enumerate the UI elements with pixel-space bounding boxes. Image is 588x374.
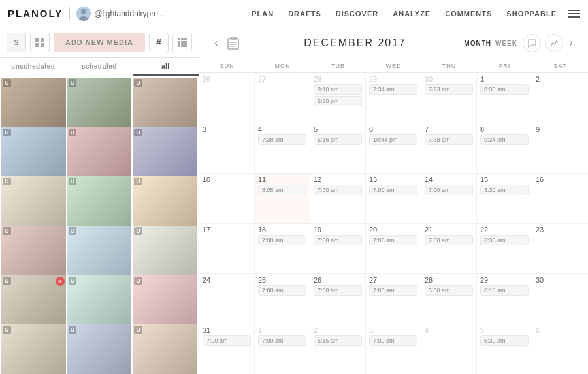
calendar-cell[interactable]: 137:00 am xyxy=(366,174,421,223)
cal-time-pill[interactable]: 7:38 am xyxy=(425,134,473,145)
media-item[interactable]: U xyxy=(67,324,132,374)
calendar-cell[interactable]: 285:00 am xyxy=(421,274,477,324)
calendar-cell[interactable]: 207:00 am xyxy=(366,224,421,273)
add-new-media-button[interactable]: ADD NEW MEDIA xyxy=(54,33,145,52)
calendar-cell[interactable]: 127:00 am xyxy=(310,174,366,223)
calendar-cell[interactable]: 10 xyxy=(199,174,255,223)
calendar-cell[interactable]: 27 xyxy=(255,73,310,123)
calendar-cell[interactable]: 317:00 am xyxy=(199,324,255,374)
calendar-cell[interactable]: 197:00 am xyxy=(310,224,366,273)
analytics-icon[interactable] xyxy=(545,34,563,52)
nav-link-shoppable[interactable]: SHOPPABLE xyxy=(506,10,557,18)
sidebar-tab-scheduled[interactable]: scheduled xyxy=(66,58,132,76)
calendar-cell[interactable]: 226:30 am xyxy=(477,224,532,273)
hamburger-menu[interactable] xyxy=(568,10,580,18)
calendar-cell[interactable]: 18:30 am xyxy=(477,73,532,123)
cal-time-pill[interactable]: 5:00 am xyxy=(425,285,473,296)
cal-time-pill[interactable]: 6:30 am xyxy=(480,235,529,245)
sidebar-profile-icon[interactable]: S xyxy=(7,33,26,52)
cal-time-pill[interactable]: 7:23 am xyxy=(425,84,473,95)
calendar-cell[interactable]: 2 xyxy=(532,73,588,123)
calendar-cell[interactable]: 217:00 am xyxy=(421,224,477,273)
cal-time-pill[interactable]: 7:00 am xyxy=(314,185,362,195)
sidebar-tab-all[interactable]: all xyxy=(133,58,199,76)
week-view-button[interactable]: WEEK xyxy=(495,40,517,47)
calendar-cell[interactable]: 24 xyxy=(199,274,255,324)
nav-link-plan[interactable]: PLAN xyxy=(252,10,274,18)
calendar-cell[interactable]: 296:15 am xyxy=(477,274,532,324)
media-item-remove[interactable]: × xyxy=(56,277,65,286)
prev-month-button[interactable]: ‹ xyxy=(208,35,224,51)
nav-link-comments[interactable]: COMMENTS xyxy=(445,10,492,18)
calendar-cell[interactable]: 187:00 am xyxy=(255,224,310,273)
cal-time-pill[interactable]: 7:00 am xyxy=(314,235,362,245)
calendar-cell[interactable]: 3 xyxy=(199,123,255,173)
sidebar-layout-icon[interactable] xyxy=(30,33,50,52)
calendar-cell[interactable]: 297:34 am xyxy=(366,73,421,123)
cal-time-pill[interactable]: 7:38 am xyxy=(258,134,306,145)
clipboard-icon[interactable] xyxy=(224,34,242,52)
cal-time-pill[interactable]: 7:34 am xyxy=(369,84,417,95)
grid-view-icon[interactable] xyxy=(172,33,192,52)
cal-time-pill[interactable]: 7:00 am xyxy=(369,335,417,346)
calendar-cell[interactable]: 277:00 am xyxy=(366,274,421,324)
cal-date: 9 xyxy=(536,125,585,133)
calendar-cell[interactable]: 4 xyxy=(421,324,477,374)
calendar-cell[interactable]: 257:00 am xyxy=(255,274,310,324)
nav-link-analyze[interactable]: ANALYZE xyxy=(393,10,431,18)
cal-time-pill[interactable]: 6:15 am xyxy=(480,285,529,296)
calendar-cell[interactable]: 307:23 am xyxy=(421,73,477,123)
calendar-cell[interactable]: 267:00 am xyxy=(310,274,366,324)
calendar-cell[interactable]: 55:16 pm xyxy=(310,123,366,173)
cal-time-pill[interactable]: 7:00 am xyxy=(425,185,473,195)
calendar-cell[interactable]: 23 xyxy=(532,224,588,273)
cal-time-pill[interactable]: 3:30 am xyxy=(480,185,529,195)
calendar-cell[interactable]: 610:44 pm xyxy=(366,123,421,173)
next-month-button[interactable]: › xyxy=(563,35,579,51)
calendar-cell[interactable]: 56:30 am xyxy=(477,324,532,374)
chat-icon[interactable] xyxy=(523,34,541,52)
cal-time-pill[interactable]: 8:30 am xyxy=(480,84,529,95)
hashtag-icon[interactable]: # xyxy=(149,33,169,52)
cal-time-pill[interactable]: 5:15 am xyxy=(314,335,362,346)
nav-link-drafts[interactable]: DRAFTS xyxy=(288,10,321,18)
cal-time-pill[interactable]: 8:05 am xyxy=(258,185,306,195)
calendar-cell[interactable]: 25:15 am xyxy=(310,324,366,374)
calendar-cell[interactable]: 47:38 am xyxy=(255,123,310,173)
cal-time-pill[interactable]: 7:00 am xyxy=(258,235,306,245)
calendar-cell[interactable]: 9 xyxy=(532,123,588,173)
cal-time-pill[interactable]: 7:00 am xyxy=(369,235,417,245)
cal-time-pill[interactable]: 10:44 pm xyxy=(369,134,417,145)
cal-time-pill[interactable]: 8:10 am xyxy=(314,84,362,95)
calendar-cell[interactable]: 147:00 am xyxy=(421,174,477,223)
calendar-cell[interactable]: 16 xyxy=(532,174,588,223)
cal-time-pill[interactable]: 7:00 am xyxy=(369,285,417,296)
calendar-cell[interactable]: 17 xyxy=(199,224,255,273)
calendar-cell[interactable]: 6 xyxy=(532,324,588,374)
cal-time-pill[interactable]: 7:00 am xyxy=(258,335,306,346)
cal-time-pill[interactable]: 6:30 am xyxy=(480,335,529,346)
calendar-cell[interactable]: 26 xyxy=(199,73,255,123)
calendar-cell[interactable]: 89:24 am xyxy=(477,123,532,173)
media-item[interactable]: U xyxy=(1,324,66,374)
sidebar-header: S ADD NEW MEDIA # xyxy=(0,27,199,58)
media-item[interactable]: U xyxy=(133,324,197,374)
cal-time-pill[interactable]: 7:00 am xyxy=(203,335,251,346)
nav-link-discover[interactable]: DISCOVER xyxy=(336,10,378,18)
calendar-cell[interactable]: 37:00 am xyxy=(366,324,421,374)
cal-time-pill[interactable]: 6:20 pm xyxy=(314,96,362,106)
sidebar-tab-unscheduled[interactable]: unscheduled xyxy=(0,58,66,76)
month-view-button[interactable]: MONTH xyxy=(464,40,491,47)
cal-time-pill[interactable]: 7:00 am xyxy=(258,285,306,296)
calendar-cell[interactable]: 30 xyxy=(532,274,588,324)
cal-time-pill[interactable]: 7:00 am xyxy=(425,235,473,245)
calendar-cell[interactable]: 153:30 am xyxy=(477,174,532,223)
calendar-cell[interactable]: 118:05 am xyxy=(255,174,310,223)
calendar-cell[interactable]: 17:00 am xyxy=(255,324,310,374)
cal-time-pill[interactable]: 7:00 am xyxy=(314,285,362,296)
calendar-cell[interactable]: 77:38 am xyxy=(421,123,477,173)
cal-time-pill[interactable]: 5:16 pm xyxy=(314,134,362,145)
cal-time-pill[interactable]: 7:00 am xyxy=(369,185,417,195)
cal-time-pill[interactable]: 9:24 am xyxy=(480,134,529,145)
calendar-cell[interactable]: 288:10 am6:20 pm xyxy=(310,73,366,123)
